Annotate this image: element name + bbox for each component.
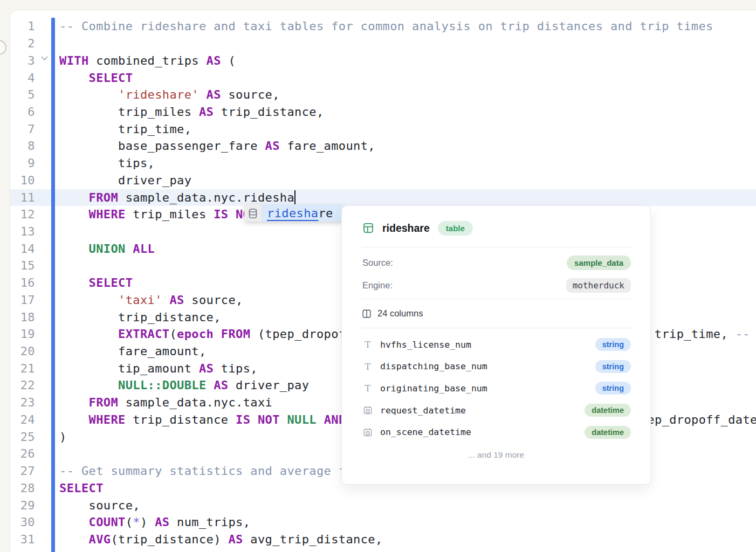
code-token: AS	[228, 533, 243, 546]
code-token: ALL	[133, 242, 155, 256]
code-token: tips,	[59, 156, 155, 170]
column-row: Toriginating_base_numstring	[362, 377, 631, 399]
table-icon	[362, 222, 374, 234]
code-line-29[interactable]: source,	[59, 497, 756, 514]
code-token	[199, 88, 207, 101]
code-line-11[interactable]: FROM sample_data.nyc.ridesha	[59, 189, 756, 206]
code-line-7[interactable]: trip_time,	[59, 121, 756, 138]
code-token: sample_data.nyc.ridesha	[118, 191, 294, 204]
text-type-icon: T	[362, 383, 373, 394]
line-number: 14	[10, 240, 35, 258]
info-label: Engine:	[362, 280, 393, 291]
code-token: source,	[59, 499, 140, 512]
code-token: IS	[214, 208, 228, 221]
code-token: AS	[155, 515, 169, 529]
code-token	[59, 293, 118, 307]
code-token	[59, 276, 89, 289]
line-number: 20	[10, 343, 35, 360]
app-background: 1234567891011121314151617181920212223242…	[0, 0, 756, 552]
code-token: num_trips,	[169, 515, 250, 529]
code-token: 'rideshare'	[118, 88, 199, 101]
code-token: 'taxi'	[118, 293, 162, 307]
column-type-badge: string	[595, 382, 631, 395]
code-line-10[interactable]: driver_pay	[59, 172, 756, 189]
line-number: 21	[10, 360, 35, 377]
code-token	[59, 378, 118, 392]
code-token: WITH	[59, 54, 89, 67]
code-token	[59, 413, 89, 426]
line-number: 28	[10, 480, 35, 497]
code-token: avg_trip_distance,	[243, 533, 383, 546]
code-token: trip_time,	[59, 122, 191, 136]
code-token: SELECT	[89, 276, 133, 289]
line-number: 2	[10, 35, 35, 52]
code-token	[280, 413, 287, 426]
column-row: on_scene_datetimedatetime	[362, 421, 631, 443]
table-name: rideshare	[382, 220, 430, 236]
code-token: trip_miles	[126, 208, 214, 221]
code-token	[59, 71, 89, 85]
code-token	[126, 242, 133, 256]
code-line-4[interactable]: SELECT	[59, 70, 756, 87]
code-token: AS	[207, 88, 221, 101]
code-token	[162, 293, 170, 307]
code-token	[59, 396, 89, 409]
columns-count-row: 24 columns	[362, 299, 631, 328]
text-cursor	[294, 190, 295, 204]
chevron-down-icon[interactable]	[41, 56, 48, 61]
code-token: AS	[199, 362, 214, 375]
code-line-5[interactable]: 'rideshare' AS source,	[59, 86, 756, 104]
line-number: 4	[10, 70, 35, 87]
line-number: 22	[10, 377, 35, 394]
code-line-8[interactable]: base_passenger_fare AS fare_amount,	[59, 137, 756, 155]
line-number: 19	[10, 326, 35, 343]
code-token: avg_trip_time,	[214, 550, 324, 552]
autocomplete-suggestion-rideshare[interactable]: rideshare	[262, 205, 344, 222]
code-token: combined_trips	[89, 54, 207, 67]
code-token	[228, 208, 236, 221]
line-number: 18	[10, 309, 35, 326]
line-number: 29	[10, 497, 35, 514]
code-line-1[interactable]: -- Combine rideshare and taxi tables for…	[59, 18, 756, 35]
line-number: 5	[10, 86, 35, 104]
code-token: AS	[169, 293, 184, 307]
info-row-source: Source:sample_data	[362, 251, 631, 274]
code-token: AS	[199, 105, 214, 119]
code-token: WHERE	[89, 413, 126, 426]
code-token: FROM	[221, 327, 251, 341]
divider	[362, 328, 631, 328]
code-line-6[interactable]: trip_miles AS trip_distance,	[59, 104, 756, 121]
column-type-badge: datetime	[585, 404, 631, 417]
text-type-icon: T	[362, 361, 373, 372]
code-line-2[interactable]	[59, 35, 756, 52]
line-number: 12	[10, 206, 35, 223]
line-number: 23	[10, 394, 35, 411]
code-token: NULL::DOUBLE	[118, 378, 207, 392]
code-token: COUNT	[89, 515, 126, 529]
line-number: 17	[10, 292, 35, 309]
text-type-icon: T	[362, 339, 373, 350]
code-line-30[interactable]: COUNT(*) AS num_trips,	[59, 514, 756, 531]
code-line-31[interactable]: AVG(trip_distance) AS avg_trip_distance,	[59, 531, 756, 548]
code-token: (	[126, 515, 133, 529]
code-token: trip_distance,	[214, 105, 324, 119]
line-number: 11	[10, 189, 35, 206]
code-token: trip_time,	[647, 327, 736, 341]
code-token	[59, 327, 118, 341]
line-number: 26	[10, 445, 35, 463]
code-token: tips,	[214, 362, 258, 375]
code-token: trip_distance	[126, 413, 236, 426]
line-number: 8	[10, 137, 35, 155]
info-value-badge: motherduck	[566, 278, 631, 293]
code-token: trip_distance,	[59, 310, 221, 324]
code-line-3[interactable]: WITH combined_trips AS (	[59, 52, 756, 70]
code-token: )	[140, 515, 155, 529]
code-line-9[interactable]: tips,	[59, 155, 756, 172]
line-number: 3	[10, 52, 35, 70]
table-kind-badge: table	[438, 221, 473, 236]
columns-icon	[362, 309, 372, 319]
code-line-32[interactable]: AVG(trip_time) AS avg_trip_time,	[59, 548, 756, 552]
line-number: 9	[10, 155, 35, 172]
table-info-header: rideshare table	[362, 220, 631, 236]
autocomplete-popup: rideshare	[244, 205, 344, 222]
